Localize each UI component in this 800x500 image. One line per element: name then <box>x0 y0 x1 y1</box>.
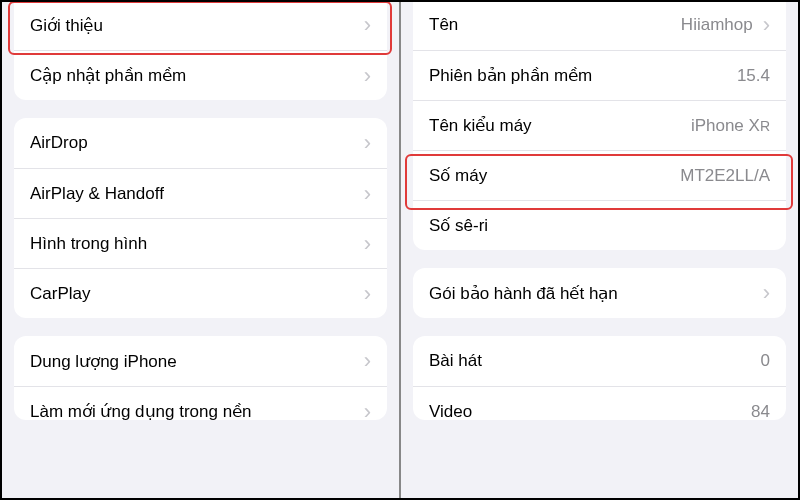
row-label: Phiên bản phần mềm <box>429 65 737 86</box>
row-background-app-refresh[interactable]: Làm mới ứng dụng trong nền › <box>14 386 387 420</box>
row-videos[interactable]: Video 84 <box>413 386 786 420</box>
group-storage-refresh: Dung lượng iPhone › Làm mới ứng dụng tro… <box>14 336 387 420</box>
row-songs[interactable]: Bài hát 0 <box>413 336 786 386</box>
chevron-right-icon: › <box>364 65 371 87</box>
group-airdrop-carplay: AirDrop › AirPlay & Handoff › Hình trong… <box>14 118 387 318</box>
chevron-right-icon: › <box>364 401 371 421</box>
row-value: MT2E2LL/A <box>680 166 770 186</box>
row-label: Video <box>429 402 751 421</box>
row-label: Giới thiệu <box>30 15 360 36</box>
row-software-version[interactable]: Phiên bản phần mềm 15.4 <box>413 50 786 100</box>
chevron-right-icon: › <box>364 350 371 372</box>
row-label: AirDrop <box>30 133 360 153</box>
row-label: Làm mới ứng dụng trong nền <box>30 401 360 420</box>
row-label: Dung lượng iPhone <box>30 351 360 372</box>
row-airdrop[interactable]: AirDrop › <box>14 118 387 168</box>
about-detail-pane: Tên Hiiamhop › Phiên bản phần mềm 15.4 T… <box>400 2 798 498</box>
row-label: Tên <box>429 15 681 35</box>
row-about[interactable]: Giới thiệu › <box>14 0 387 50</box>
row-value: iPhone XR <box>691 116 770 136</box>
row-label: AirPlay & Handoff <box>30 184 360 204</box>
chevron-right-icon: › <box>763 282 770 304</box>
row-model-name[interactable]: Tên kiểu máy iPhone XR <box>413 100 786 150</box>
row-value: 84 <box>751 402 770 421</box>
row-value: 15.4 <box>737 66 770 86</box>
row-label: Tên kiểu máy <box>429 115 691 136</box>
row-serial-number[interactable]: Số sê-ri <box>413 200 786 250</box>
row-label: Số máy <box>429 165 680 186</box>
group-about-update: Giới thiệu › Cập nhật phần mềm › <box>14 0 387 100</box>
row-software-update[interactable]: Cập nhật phần mềm › <box>14 50 387 100</box>
row-label: Bài hát <box>429 351 761 371</box>
row-value: Hiiamhop <box>681 15 753 35</box>
row-airplay-handoff[interactable]: AirPlay & Handoff › <box>14 168 387 218</box>
row-model-number[interactable]: Số máy MT2E2LL/A <box>413 150 786 200</box>
row-label: Hình trong hình <box>30 234 360 254</box>
row-label: Cập nhật phần mềm <box>30 65 360 86</box>
row-label: Gói bảo hành đã hết hạn <box>429 283 759 304</box>
settings-general-pane: Giới thiệu › Cập nhật phần mềm › AirDrop… <box>2 2 400 498</box>
screenshot-container: Giới thiệu › Cập nhật phần mềm › AirDrop… <box>2 2 798 498</box>
group-media-counts: Bài hát 0 Video 84 <box>413 336 786 420</box>
group-warranty: Gói bảo hành đã hết hạn › <box>413 268 786 318</box>
row-label: Số sê-ri <box>429 215 770 236</box>
chevron-right-icon: › <box>364 183 371 205</box>
row-warranty-expired[interactable]: Gói bảo hành đã hết hạn › <box>413 268 786 318</box>
group-device-info: Tên Hiiamhop › Phiên bản phần mềm 15.4 T… <box>413 0 786 250</box>
row-name[interactable]: Tên Hiiamhop › <box>413 0 786 50</box>
row-iphone-storage[interactable]: Dung lượng iPhone › <box>14 336 387 386</box>
row-label: CarPlay <box>30 284 360 304</box>
chevron-right-icon: › <box>364 283 371 305</box>
row-carplay[interactable]: CarPlay › <box>14 268 387 318</box>
chevron-right-icon: › <box>364 14 371 36</box>
row-picture-in-picture[interactable]: Hình trong hình › <box>14 218 387 268</box>
row-value: 0 <box>761 351 770 371</box>
chevron-right-icon: › <box>763 14 770 36</box>
chevron-right-icon: › <box>364 132 371 154</box>
chevron-right-icon: › <box>364 233 371 255</box>
